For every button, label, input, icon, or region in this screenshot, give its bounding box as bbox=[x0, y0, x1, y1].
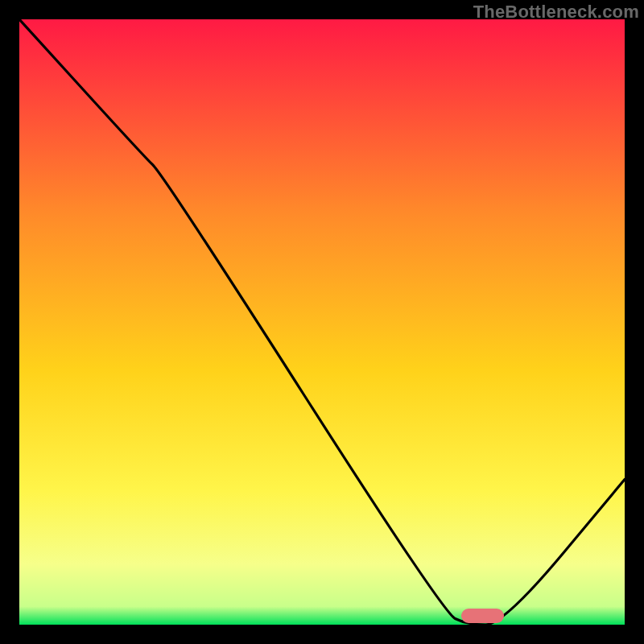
chart-container: TheBottleneck.com bbox=[0, 0, 644, 644]
gradient-rect bbox=[19, 19, 625, 625]
optimal-marker bbox=[461, 609, 504, 623]
watermark-text: TheBottleneck.com bbox=[473, 2, 639, 23]
gradient-background bbox=[19, 19, 625, 625]
